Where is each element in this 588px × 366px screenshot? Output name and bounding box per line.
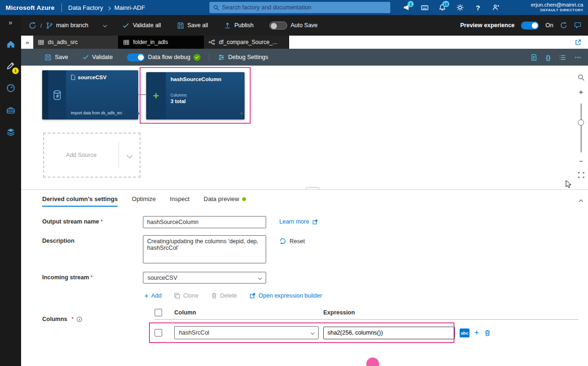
preview-experience-toggle[interactable] <box>521 22 539 30</box>
add-transformation-plus[interactable]: + <box>239 110 243 117</box>
clone-button[interactable]: Clone <box>174 292 199 299</box>
node-source-csv[interactable]: sourceCSV Import data from ds_adls_src <box>42 70 138 120</box>
add-source-placeholder[interactable]: Add Source <box>43 133 141 178</box>
breadcrumb-instance[interactable]: Mainri-ADF <box>114 4 145 11</box>
expression-input[interactable] <box>323 327 455 339</box>
type-badge[interactable]: abc <box>460 329 469 337</box>
help-button[interactable]: ? <box>469 0 487 15</box>
feedback-comment-icon[interactable] <box>574 22 581 29</box>
column-name-value: hashSrcCol <box>179 329 311 336</box>
more-options-icon[interactable] <box>574 54 581 61</box>
description-label: Description <box>42 235 143 265</box>
add-row-icon[interactable]: + <box>474 329 479 337</box>
node-body: hashSourceColumn Columns: 3 total <box>166 72 245 120</box>
delete-button[interactable]: Delete <box>211 292 237 299</box>
debug-ready-icon <box>194 54 201 61</box>
tab-label: ds_adls_src <box>48 39 78 45</box>
description-textarea[interactable]: Creating/updating the columns 'depid, de… <box>143 235 266 263</box>
save-button[interactable]: Save <box>45 54 68 61</box>
breadcrumb-app[interactable]: Data Factory <box>68 4 103 11</box>
keyboard-shortcuts-button[interactable] <box>416 0 433 15</box>
add-source-chevron-icon[interactable] <box>119 153 140 157</box>
tab-optimize[interactable]: Optimize <box>132 195 156 207</box>
list-icon[interactable] <box>559 54 566 61</box>
reset-button[interactable]: Reset <box>279 238 305 245</box>
sidebar-item-author[interactable]: 1 <box>0 55 21 77</box>
sidebar-item-manage[interactable] <box>0 99 21 121</box>
person-icon <box>492 4 499 11</box>
script-icon[interactable] <box>530 54 537 61</box>
zoom-in-button[interactable]: + <box>579 88 583 97</box>
settings-button[interactable] <box>451 0 469 15</box>
sidebar-item-learning-center[interactable] <box>0 121 21 143</box>
refresh-icon[interactable] <box>560 22 567 29</box>
branch-icon <box>46 22 53 29</box>
zoom-slider[interactable] <box>581 104 582 152</box>
git-sync-icon[interactable] <box>29 22 37 30</box>
account-menu[interactable]: erjun.chen@mainri.ca DEFAULT DIRECTORY <box>531 1 583 13</box>
whats-new-button[interactable]: 1 <box>398 0 416 15</box>
node-subtitle: Import data from ds_adls_src <box>71 111 122 115</box>
auto-save-label: Auto Save <box>290 22 318 29</box>
add-column-button[interactable]: + Add <box>144 292 162 299</box>
validate-all-button[interactable]: Validate all <box>122 22 161 29</box>
row-checkbox[interactable] <box>155 329 162 336</box>
tabstrip-expand-button[interactable]: » <box>21 36 33 49</box>
sidebar-item-monitor[interactable] <box>0 77 21 99</box>
select-all-checkbox[interactable] <box>155 309 162 316</box>
branch-name: main branch <box>56 22 89 29</box>
save-all-button[interactable]: Save all <box>177 22 208 29</box>
canvas-zoom-controls: + − <box>575 74 587 185</box>
zoom-slider-knob[interactable] <box>578 120 584 126</box>
auto-save-toggle[interactable] <box>269 22 287 30</box>
node-body: sourceCSV Import data from ds_adls_src <box>66 70 138 120</box>
tab-df-compare-source[interactable]: df_compare_Source_... <box>204 36 289 49</box>
zoom-out-button[interactable]: − <box>579 157 583 165</box>
publish-label: Publish <box>234 22 253 29</box>
tab-folder-in-adls[interactable]: folder_in_adls <box>119 36 204 49</box>
debug-settings-button[interactable]: Debug Settings <box>218 54 268 61</box>
trash-icon <box>211 292 217 299</box>
publish-button[interactable]: Publish <box>224 22 253 29</box>
dataflow-canvas[interactable]: sourceCSV Import data from ds_adls_src +… <box>21 66 588 189</box>
resource-tabstrip: » ds_adls_src folder_in_adls df_compare_… <box>21 36 588 49</box>
tab-derived-column-settings[interactable]: Derived column's settings <box>42 195 118 207</box>
panel-collapse-button[interactable] <box>580 196 582 205</box>
gear-icon <box>456 4 464 11</box>
data-preview-ready-dot <box>242 197 246 201</box>
tab-inspect[interactable]: Inspect <box>170 195 190 207</box>
tab-data-preview[interactable]: Data preview <box>204 195 246 207</box>
azure-brand[interactable]: Microsoft Azure <box>0 4 61 11</box>
learn-more-link[interactable]: Learn more <box>279 218 318 225</box>
add-label: Add <box>151 292 162 299</box>
sidebar-item-home[interactable] <box>0 33 21 55</box>
incoming-stream-select[interactable]: sourceCSV <box>143 272 266 284</box>
info-icon[interactable] <box>76 316 82 322</box>
branch-selector[interactable]: main branch <box>46 22 107 29</box>
validate-button[interactable]: Validate <box>82 54 113 60</box>
feedback-button[interactable] <box>487 0 505 15</box>
code-braces-icon[interactable]: {} <box>546 54 551 61</box>
sidebar-expand-button[interactable]: » <box>9 19 13 26</box>
notifications-button[interactable]: 10 <box>433 0 451 15</box>
author-badge: 1 <box>12 67 19 74</box>
validate-label: Validate <box>92 54 113 60</box>
ptab-label: Inspect <box>170 195 190 202</box>
zoom-fit-button[interactable] <box>578 172 585 179</box>
ptab-label: Derived column's settings <box>42 195 118 202</box>
search-input[interactable] <box>222 4 387 11</box>
open-in-new-window-icon[interactable] <box>575 39 581 45</box>
global-search[interactable] <box>209 2 390 13</box>
delete-row-icon[interactable] <box>484 329 491 336</box>
learn-more-label: Learn more <box>279 218 309 225</box>
left-sidebar: » 1 <box>0 15 21 366</box>
output-stream-name-input[interactable] <box>143 216 266 228</box>
settings-panel-tabs: Derived column's settings Optimize Inspe… <box>21 190 588 207</box>
canvas-search-icon[interactable] <box>578 74 585 81</box>
tab-ds-adls-src[interactable]: ds_adls_src <box>33 36 119 49</box>
node-hash-source-column[interactable]: + hashSourceColumn Columns: 3 total <box>146 72 245 120</box>
column-name-select[interactable]: hashSrcCol <box>174 326 319 339</box>
node-title-text: hashSourceColumn <box>171 76 222 82</box>
dataflow-debug-toggle[interactable] <box>127 53 145 61</box>
open-expression-builder-button[interactable]: Open expression builder <box>249 292 322 299</box>
